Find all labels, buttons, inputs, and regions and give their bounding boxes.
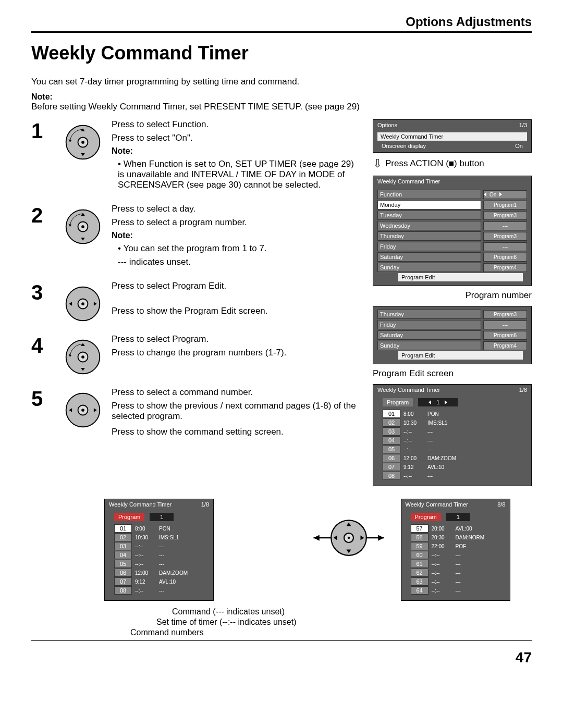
osd-day: Thursday (377, 231, 481, 241)
pe-cmd-number: 03 (383, 427, 400, 436)
pe-command: --- (159, 552, 164, 558)
pe-row: 018:00PON (383, 410, 527, 418)
pe-program-number: 1 (446, 513, 470, 521)
osd-title: Weekly Command Timer (377, 178, 440, 184)
step-text: Press to select a day. (112, 204, 362, 214)
pe-time: --:-- (403, 438, 424, 443)
pe-row: 61--:----- (411, 560, 506, 568)
pe-command: --- (159, 588, 164, 594)
pe-cmd-number: 04 (114, 551, 132, 559)
osd-wct: Weekly Command Timer Function On MondayP… (373, 176, 532, 286)
pe-time: 22:00 (432, 544, 452, 549)
pe-command: --- (456, 588, 461, 594)
intro-text: You can set 7-day timer programming by s… (31, 77, 532, 87)
pe-time: 9:12 (135, 579, 156, 585)
osd-title: Options (377, 122, 397, 128)
step-num: 4 (31, 334, 54, 377)
pe-time: 8:00 (135, 526, 156, 532)
pe-cmd-number: 04 (383, 436, 400, 445)
pe-cmd-number: 03 (114, 542, 132, 550)
pe-row: 0210:30IMS:SL1 (383, 418, 527, 427)
pe-command: AVL:10 (159, 579, 176, 585)
pe-time: --:-- (135, 588, 156, 594)
pe-cmd-number: 06 (383, 454, 400, 462)
pe-command: --- (159, 544, 164, 549)
osd-program-value: --- (483, 221, 527, 230)
pe-row: 04--:----- (114, 551, 209, 559)
step-text: Press to select "On". (112, 133, 362, 143)
step-5: 5 Press to select a command number. Pres… (31, 387, 362, 440)
pe-time: --:-- (135, 561, 156, 567)
note-label: Note: (112, 231, 362, 240)
step-1: 1 Press to select Function. Press to sel… (31, 119, 362, 193)
pe-command: AVL:00 (456, 526, 472, 532)
pe-cmd-number: 58 (411, 533, 429, 541)
osd-program-value: --- (483, 242, 527, 251)
osd-page: 1/8 (201, 501, 209, 508)
osd-pe-bottom-left: Weekly Command Timer1/8 Program 1 018:00… (104, 499, 214, 601)
pe-command: --- (427, 447, 433, 452)
pe-program-label: Program (114, 513, 144, 521)
note-bullet: • You can set the program from 1 to 7. (118, 243, 362, 254)
pe-command: PON (427, 411, 439, 417)
osd-day: Friday (377, 242, 481, 251)
dial-icon (63, 337, 103, 377)
osd-day-row: TuesdayProgram3 (377, 211, 527, 220)
osd-day: Friday (377, 320, 481, 329)
osd-day: Sunday (377, 263, 481, 272)
pe-time: --:-- (403, 447, 424, 452)
note-text: Before setting Weekly Command Timer, set… (31, 102, 532, 112)
osd-day: Saturday (377, 330, 481, 340)
pe-cmd-number: 07 (114, 577, 132, 586)
pe-cmd-number: 06 (114, 569, 132, 577)
pe-time: --:-- (432, 570, 452, 576)
pe-cmd-number: 57 (411, 524, 429, 533)
pe-cmd-number: 59 (411, 542, 429, 550)
pe-command: --- (456, 570, 461, 576)
pe-command: --- (456, 579, 461, 585)
dial-all-icon (312, 514, 385, 561)
pe-time: 10:30 (403, 420, 424, 426)
pe-row: 63--:----- (411, 577, 506, 586)
step-text: Press to select Program. (112, 334, 362, 344)
osd-day-row: Friday--- (377, 242, 527, 251)
legend-time: Set time of timer (--:-- indicates unset… (156, 618, 297, 627)
pe-time: --:-- (135, 552, 156, 558)
step-2: 2 Press to select a day. Press to select… (31, 204, 362, 270)
rule-bottom (31, 640, 532, 641)
pe-row: 5820:30DAM:NORM (411, 533, 506, 541)
osd-program-value: Program6 (483, 331, 527, 340)
pe-command: IMS:SL1 (427, 420, 447, 426)
pe-time: 8:00 (403, 411, 424, 417)
osd-program-edit-screen: Weekly Command Timer1/8 Program 1 018:00… (373, 384, 532, 486)
dial-icon (63, 122, 103, 162)
pe-time: --:-- (135, 544, 156, 549)
pe-row: 60--:----- (411, 551, 506, 559)
osd-column: Options1/3 Weekly Command Timer Onscreen… (373, 119, 532, 486)
step-text: Press to show the previous / next comman… (112, 401, 362, 422)
osd-day: Saturday (377, 252, 481, 262)
step-text: Press to select a program number. (112, 217, 362, 228)
pe-row: 018:00PON (114, 524, 209, 533)
osd-day-row: SundayProgram4 (377, 341, 527, 350)
note-bullet: --- indicates unset. (118, 257, 362, 267)
pe-cmd-number: 61 (411, 560, 429, 568)
step-text: Press to select a command number. (112, 387, 362, 398)
pe-cmd-number: 60 (411, 551, 429, 559)
bottom-examples: Weekly Command Timer1/8 Program 1 018:00… (31, 499, 532, 638)
program-number-label: Program number (373, 290, 532, 301)
pe-time: 12:00 (135, 570, 156, 576)
osd-day-row: ThursdayProgram3 (377, 231, 527, 241)
pe-row: 079:12AVL:10 (383, 463, 527, 471)
osd-page: 1/3 (519, 122, 527, 128)
note-bullet: • When Function is set to On, SET UP TIM… (118, 159, 362, 190)
pe-row: 08--:----- (114, 586, 209, 595)
pe-command: AVL:10 (427, 464, 444, 470)
osd-title: Weekly Command Timer (377, 387, 440, 393)
pe-command: DAM:ZOOM (427, 455, 456, 461)
osd-program-value: Program1 (483, 201, 527, 209)
pe-cmd-number: 62 (411, 569, 429, 577)
pe-cmd-number: 05 (383, 445, 400, 453)
pe-cmd-number: 02 (383, 418, 400, 427)
osd-day-row: SundayProgram4 (377, 263, 527, 272)
